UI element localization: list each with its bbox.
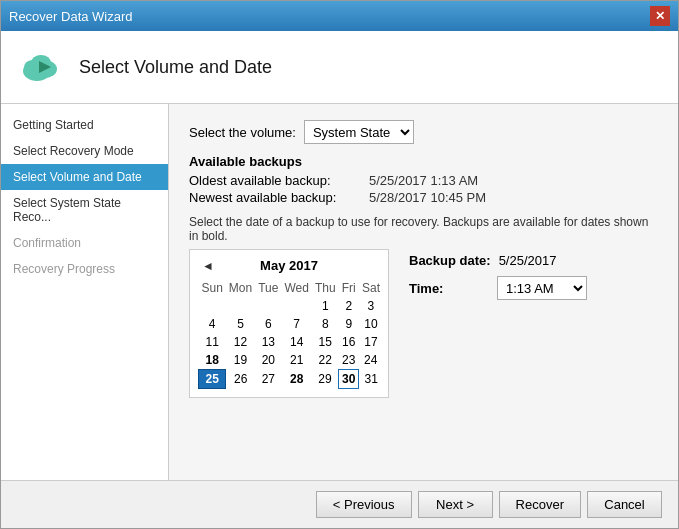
backup-date-row: Backup date: 5/25/2017 — [409, 253, 587, 268]
calendar-day[interactable]: 7 — [281, 315, 311, 333]
calendar-day[interactable]: 6 — [255, 315, 281, 333]
calendar-day[interactable]: 4 — [199, 315, 226, 333]
calendar-day[interactable]: 8 — [312, 315, 339, 333]
oldest-backup-row: Oldest available backup: 5/25/2017 1:13 … — [189, 173, 658, 188]
newest-backup-label: Newest available backup: — [189, 190, 369, 205]
calendar-day-empty — [226, 297, 255, 315]
time-row: Time: 1:13 AM 10:45 PM — [409, 276, 587, 300]
calendar-week: 45678910 — [199, 315, 383, 333]
cal-header-tue: Tue — [255, 279, 281, 297]
calendar-day[interactable]: 13 — [255, 333, 281, 351]
cal-header-fri: Fri — [339, 279, 359, 297]
calendar-day[interactable]: 29 — [312, 370, 339, 389]
recover-data-wizard: Recover Data Wizard ✕ Select Volume and … — [0, 0, 679, 529]
calendar-day[interactable]: 10 — [359, 315, 383, 333]
volume-row: Select the volume: System State C: D: — [189, 120, 658, 144]
calendar-day-headers: Sun Mon Tue Wed Thu Fri Sat — [199, 279, 383, 297]
oldest-backup-value: 5/25/2017 1:13 AM — [369, 173, 478, 188]
title-bar-text: Recover Data Wizard — [9, 9, 133, 24]
cloud-icon — [17, 43, 65, 91]
calendar-day[interactable]: 24 — [359, 351, 383, 370]
calendar-grid: Sun Mon Tue Wed Thu Fri Sat 123456789101… — [198, 279, 383, 389]
calendar-month-year: May 2017 — [260, 258, 318, 273]
newest-backup-row: Newest available backup: 5/28/2017 10:45… — [189, 190, 658, 205]
calendar-body: 1234567891011121314151617181920212223242… — [199, 297, 383, 389]
sidebar-item-getting-started[interactable]: Getting Started — [1, 112, 168, 138]
calendar-day[interactable]: 2 — [339, 297, 359, 315]
calendar-day[interactable]: 3 — [359, 297, 383, 315]
calendar-day[interactable]: 14 — [281, 333, 311, 351]
title-bar: Recover Data Wizard ✕ — [1, 1, 678, 31]
calendar-day[interactable]: 1 — [312, 297, 339, 315]
content-area: Select the volume: System State C: D: Av… — [169, 104, 678, 480]
calendar-day[interactable]: 26 — [226, 370, 255, 389]
sidebar-item-select-system-state[interactable]: Select System State Reco... — [1, 190, 168, 230]
calendar-day[interactable]: 25 — [199, 370, 226, 389]
calendar-day-empty — [255, 297, 281, 315]
volume-label: Select the volume: — [189, 125, 296, 140]
available-backups-title: Available backups — [189, 154, 658, 169]
sidebar-item-recovery-progress: Recovery Progress — [1, 256, 168, 282]
calendar-day[interactable]: 27 — [255, 370, 281, 389]
calendar-and-date: ◄ May 2017 Sun Mon Tue Wed Thu Fri — [189, 249, 658, 398]
time-label: Time: — [409, 281, 489, 296]
calendar-day[interactable]: 5 — [226, 315, 255, 333]
calendar-day[interactable]: 22 — [312, 351, 339, 370]
cal-header-sun: Sun — [199, 279, 226, 297]
calendar-header: ◄ May 2017 — [198, 258, 380, 273]
sidebar-item-confirmation: Confirmation — [1, 230, 168, 256]
calendar-day[interactable]: 18 — [199, 351, 226, 370]
cancel-button[interactable]: Cancel — [587, 491, 662, 518]
calendar-day[interactable]: 23 — [339, 351, 359, 370]
body-area: Getting Started Select Recovery Mode Sel… — [1, 104, 678, 480]
oldest-backup-label: Oldest available backup: — [189, 173, 369, 188]
calendar-day[interactable]: 17 — [359, 333, 383, 351]
instruction-text: Select the date of a backup to use for r… — [189, 215, 658, 243]
calendar-day[interactable]: 11 — [199, 333, 226, 351]
newest-backup-value: 5/28/2017 10:45 PM — [369, 190, 486, 205]
cal-header-mon: Mon — [226, 279, 255, 297]
next-button[interactable]: Next > — [418, 491, 493, 518]
calendar-day[interactable]: 30 — [339, 370, 359, 389]
close-button[interactable]: ✕ — [650, 6, 670, 26]
page-title: Select Volume and Date — [79, 57, 272, 78]
backup-date-label: Backup date: — [409, 253, 491, 268]
calendar-day[interactable]: 19 — [226, 351, 255, 370]
cal-header-thu: Thu — [312, 279, 339, 297]
calendar-day[interactable]: 9 — [339, 315, 359, 333]
calendar-prev-button[interactable]: ◄ — [198, 259, 218, 273]
calendar-day[interactable]: 16 — [339, 333, 359, 351]
calendar: ◄ May 2017 Sun Mon Tue Wed Thu Fri — [189, 249, 389, 398]
calendar-week: 123 — [199, 297, 383, 315]
calendar-week: 25262728293031 — [199, 370, 383, 389]
calendar-day-empty — [199, 297, 226, 315]
sidebar-item-select-recovery-mode[interactable]: Select Recovery Mode — [1, 138, 168, 164]
cal-header-wed: Wed — [281, 279, 311, 297]
calendar-day[interactable]: 28 — [281, 370, 311, 389]
header-area: Select Volume and Date — [1, 31, 678, 104]
calendar-day[interactable]: 12 — [226, 333, 255, 351]
volume-select[interactable]: System State C: D: — [304, 120, 414, 144]
calendar-day-empty — [281, 297, 311, 315]
previous-button[interactable]: < Previous — [316, 491, 412, 518]
sidebar-item-select-volume-date[interactable]: Select Volume and Date — [1, 164, 168, 190]
time-select[interactable]: 1:13 AM 10:45 PM — [497, 276, 587, 300]
calendar-week: 11121314151617 — [199, 333, 383, 351]
sidebar: Getting Started Select Recovery Mode Sel… — [1, 104, 169, 480]
recover-button[interactable]: Recover — [499, 491, 581, 518]
calendar-day[interactable]: 31 — [359, 370, 383, 389]
cal-header-sat: Sat — [359, 279, 383, 297]
backup-date-value: 5/25/2017 — [499, 253, 557, 268]
date-time-panel: Backup date: 5/25/2017 Time: 1:13 AM 10:… — [409, 249, 587, 300]
footer-area: < Previous Next > Recover Cancel — [1, 480, 678, 528]
calendar-day[interactable]: 20 — [255, 351, 281, 370]
calendar-day[interactable]: 21 — [281, 351, 311, 370]
calendar-day[interactable]: 15 — [312, 333, 339, 351]
calendar-week: 18192021222324 — [199, 351, 383, 370]
